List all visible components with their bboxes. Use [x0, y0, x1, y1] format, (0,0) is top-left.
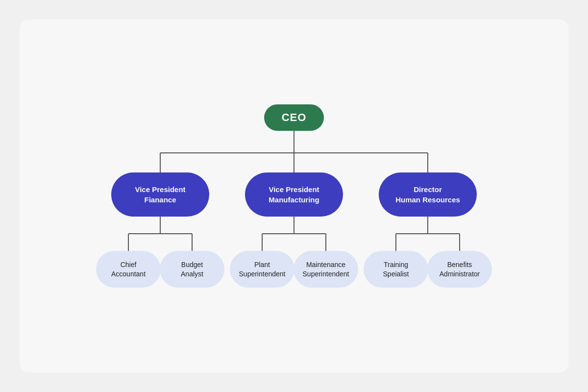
director-hr-node[interactable]: DirectorHuman Resources: [379, 172, 477, 217]
budget-analyst-node[interactable]: BudgetAnalyst: [160, 251, 224, 288]
vp-manufacturing-node[interactable]: Vice PresidentManufacturing: [245, 172, 343, 217]
connector-svg: Vice PresidentFianance Vice PresidentMan…: [93, 131, 495, 288]
org-chart: CEO Vice PresidentFianance Vice Presiden…: [20, 95, 568, 297]
benefits-administrator-node[interactable]: BenefitsAdministrator: [427, 251, 492, 288]
chief-accountant-node[interactable]: ChiefAccountant: [96, 251, 161, 288]
maintenance-superintendent-node[interactable]: MaintenanceSuperintendent: [294, 251, 358, 288]
vp-finance-node[interactable]: Vice PresidentFianance: [111, 172, 209, 217]
ceo-node[interactable]: CEO: [264, 104, 324, 131]
plant-superintendent-node[interactable]: PlantSuperintendent: [230, 251, 294, 288]
training-specialist-node[interactable]: TrainingSpeialist: [364, 251, 428, 288]
chart-container: CEO Vice PresidentFianance Vice Presiden…: [20, 20, 568, 372]
